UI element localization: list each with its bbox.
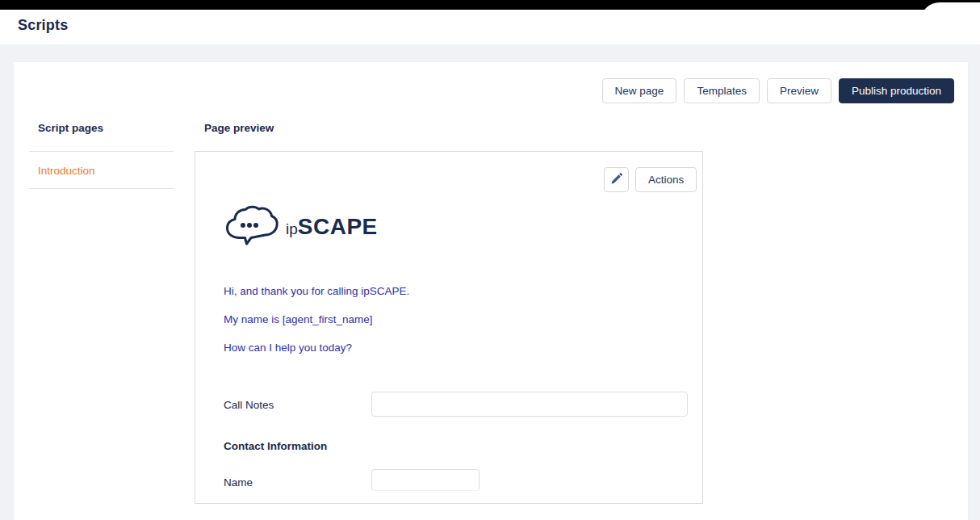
top-black-bar [0,0,980,10]
call-notes-label: Call Notes [224,399,274,411]
cloud-speech-bubble-icon [223,204,281,250]
ipscape-logo-text: ipSCAPE [286,214,378,240]
script-pages-heading: Script pages [38,122,103,134]
app-header: Scripts [0,10,980,44]
page-title: Scripts [18,17,68,34]
edit-page-button[interactable] [604,167,629,192]
sidebar-item-introduction[interactable]: Introduction [38,165,95,177]
toolbar: New page Templates Preview Publish produ… [602,78,954,103]
script-text-line: My name is [agent_first_name] [224,313,373,325]
sidebar-divider [29,151,174,152]
script-text-line: Hi, and thank you for calling ipSCAPE. [224,285,409,297]
page-preview-heading: Page preview [204,122,274,134]
publish-production-button[interactable]: Publish production [839,78,954,103]
templates-button[interactable]: Templates [684,78,760,103]
preview-button[interactable]: Preview [767,78,831,103]
top-right-rounded-panel [920,2,980,36]
contact-information-heading: Contact Information [224,440,327,452]
scripts-editor-card: New page Templates Preview Publish produ… [14,62,968,520]
call-notes-input[interactable] [371,392,688,417]
ipscape-logo: ipSCAPE [223,204,378,250]
sidebar-divider [29,188,174,189]
name-label: Name [224,476,253,489]
pencil-icon [610,173,622,187]
page-preview-panel: Actions ipSCAPE Hi, and thank you for ca… [195,151,703,504]
script-text-line: How can I help you today? [224,342,352,354]
new-page-button[interactable]: New page [602,78,677,103]
actions-button[interactable]: Actions [635,167,697,192]
name-input[interactable] [371,469,480,491]
